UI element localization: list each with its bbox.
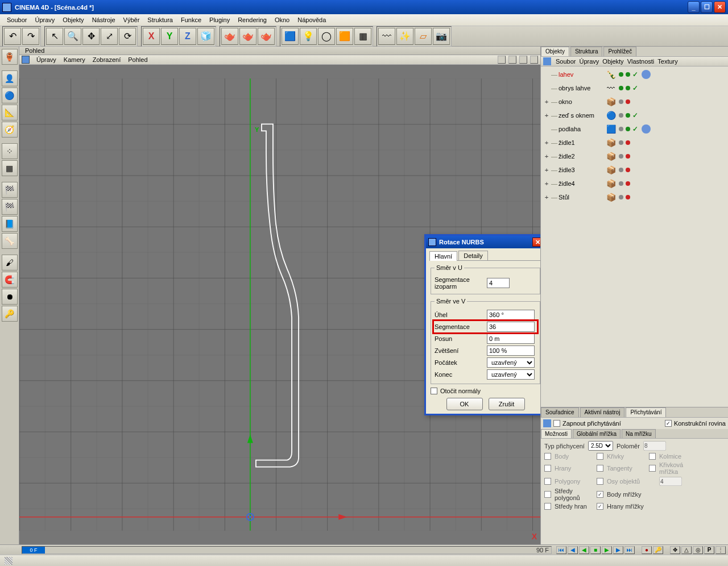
tab-souradnice[interactable]: Souřadnice [541, 407, 579, 417]
omgr-menu-textury[interactable]: Textury [657, 58, 677, 65]
cancel-button[interactable]: Zrušit [489, 398, 525, 410]
object-row[interactable]: —podlaha🟦✓ [541, 122, 728, 136]
dialog-close-button[interactable]: ✕ [532, 238, 540, 247]
view-layout-icon[interactable] [530, 56, 538, 64]
object-name[interactable]: židle2 [559, 153, 604, 160]
select-konec[interactable]: uzavřený [487, 369, 535, 380]
snap-checkbox[interactable] [649, 453, 656, 460]
autokey-button[interactable]: 🔑 [653, 546, 663, 554]
visibility-dot[interactable] [619, 154, 623, 159]
view-rotate-icon[interactable] [519, 56, 527, 64]
object-row[interactable]: —lahev🍾✓ [541, 68, 728, 81]
render-region-icon[interactable]: 🫖 [239, 28, 257, 45]
step-back-button[interactable]: ◀ [568, 546, 578, 554]
record-button[interactable]: ● [642, 546, 652, 554]
tab-aktivni-nastroj[interactable]: Aktivní nástroj [580, 407, 625, 417]
object-row[interactable]: +—Stůl📦 [541, 190, 728, 204]
stop-button[interactable]: ■ [590, 546, 601, 554]
visibility-dot[interactable] [619, 168, 623, 172]
visibility-dot[interactable] [626, 195, 630, 199]
deformer-icon[interactable]: 〰 [378, 28, 395, 45]
track-option-icon[interactable]: ⋮ [715, 546, 726, 554]
snap-checkbox[interactable] [544, 491, 551, 498]
omgr-menu-upravy[interactable]: Úpravy [579, 58, 599, 65]
autokey-icon[interactable]: 🔑 [2, 306, 18, 322]
snap-checkbox[interactable]: ✓ [597, 503, 603, 510]
tag-icon[interactable] [642, 70, 651, 79]
object-row[interactable]: +—okno📦 [541, 95, 728, 109]
menu-funkce[interactable]: Funkce [177, 15, 205, 24]
expand-icon[interactable]: + [543, 98, 550, 106]
expand-icon[interactable]: + [543, 112, 550, 119]
tag-icon[interactable] [642, 124, 651, 134]
edges-mode-icon[interactable]: ▦ [2, 160, 18, 176]
axis-world-icon[interactable]: 🧊 [197, 28, 214, 45]
object-mode-icon[interactable]: 🔵 [2, 88, 18, 103]
texture2-icon[interactable]: 🏁 [2, 199, 18, 215]
axis-z-icon[interactable]: Z [179, 28, 196, 45]
menu-struktura[interactable]: Struktura [144, 15, 176, 24]
rotate-icon[interactable]: ⟳ [119, 28, 136, 45]
object-row[interactable]: +—zeď s oknem🔵✓ [541, 109, 728, 122]
tab-prichytavani[interactable]: Přichytávání [626, 407, 666, 417]
play-back-button[interactable]: ◀ [579, 546, 589, 554]
visibility-dot[interactable] [619, 127, 623, 131]
axis-y-icon[interactable]: Y [161, 28, 178, 45]
menu-objekty[interactable]: Objekty [59, 15, 87, 24]
visibility-dot[interactable] [626, 140, 630, 145]
tab-struktura[interactable]: Struktura [570, 47, 603, 56]
model-mode-icon[interactable]: 👤 [2, 70, 18, 86]
expand-icon[interactable]: + [543, 180, 550, 188]
checkbox-zapnout-prichytavani[interactable] [553, 420, 560, 427]
play-button[interactable]: ▶ [602, 546, 612, 554]
spline-icon[interactable]: ◯ [318, 28, 335, 45]
viewport-3d[interactable]: Y X Rotace NURBS ✕ Hlavní Detaily Směr v… [19, 65, 540, 544]
view-pan-icon[interactable] [498, 56, 506, 64]
minimize-button[interactable]: _ [688, 1, 700, 13]
viewmenu-pohled[interactable]: Pohled [125, 56, 150, 64]
view-zoom-icon[interactable] [508, 56, 516, 64]
expand-icon[interactable]: + [543, 194, 550, 201]
object-tree[interactable]: —lahev🍾✓ —obrys lahve〰✓+—okno📦+—zeď s ok… [541, 66, 728, 407]
visibility-dot[interactable] [619, 195, 623, 199]
object-name[interactable]: židle1 [559, 139, 604, 146]
uvw-icon[interactable]: 📘 [2, 216, 18, 232]
menu-nastroje[interactable]: Nástroje [89, 15, 119, 24]
redo-icon[interactable]: ↷ [22, 28, 39, 45]
object-name[interactable]: zeď s oknem [559, 112, 604, 119]
coord-mode-icon[interactable]: 🧭 [2, 122, 18, 138]
track-param-icon[interactable]: P [704, 546, 714, 554]
input-zvetseni[interactable] [487, 346, 535, 356]
object-name[interactable]: židle4 [559, 180, 604, 187]
environment-icon[interactable]: ✨ [396, 28, 413, 45]
track-scale-icon[interactable]: △ [681, 546, 692, 554]
timeline-marker[interactable]: 0 F [22, 547, 45, 553]
visibility-dot[interactable] [619, 86, 623, 90]
menu-napoveda[interactable]: Nápověda [294, 15, 329, 24]
input-seg-izoparm[interactable] [487, 278, 510, 288]
object-name[interactable]: okno [559, 98, 604, 105]
render-settings-icon[interactable]: 🫖 [258, 28, 275, 45]
menu-okno[interactable]: Okno [271, 15, 293, 24]
snap-checkbox[interactable] [597, 453, 603, 460]
input-uhel[interactable] [487, 310, 535, 320]
snap-checkbox[interactable]: ✓ [597, 491, 603, 498]
visibility-dot[interactable] [626, 86, 630, 90]
tab-na-mrizku[interactable]: Na mřížku [622, 429, 656, 438]
object-name[interactable]: podlaha [559, 126, 604, 132]
timeline[interactable]: 0 F 90 F [22, 546, 552, 554]
menu-upravy[interactable]: Úpravy [31, 15, 58, 24]
snap-checkbox[interactable] [649, 465, 656, 472]
visibility-dot[interactable] [619, 140, 623, 145]
dialog-tab-hlavni[interactable]: Hlavní [429, 251, 457, 261]
snap-checkbox[interactable] [597, 478, 603, 485]
brush-icon[interactable]: 🖌 [2, 255, 18, 270]
checkbox-otocit-normaly[interactable] [431, 388, 437, 394]
menu-soubor[interactable]: Soubor [3, 15, 30, 24]
render-icon[interactable]: 🫖 [221, 28, 238, 45]
object-name[interactable]: obrys lahve [559, 85, 604, 91]
visibility-dot[interactable] [626, 168, 630, 172]
expand-icon[interactable] [543, 85, 550, 92]
scale-icon[interactable]: ⤢ [101, 28, 118, 45]
nurbs-icon[interactable]: 🟧 [336, 28, 353, 45]
